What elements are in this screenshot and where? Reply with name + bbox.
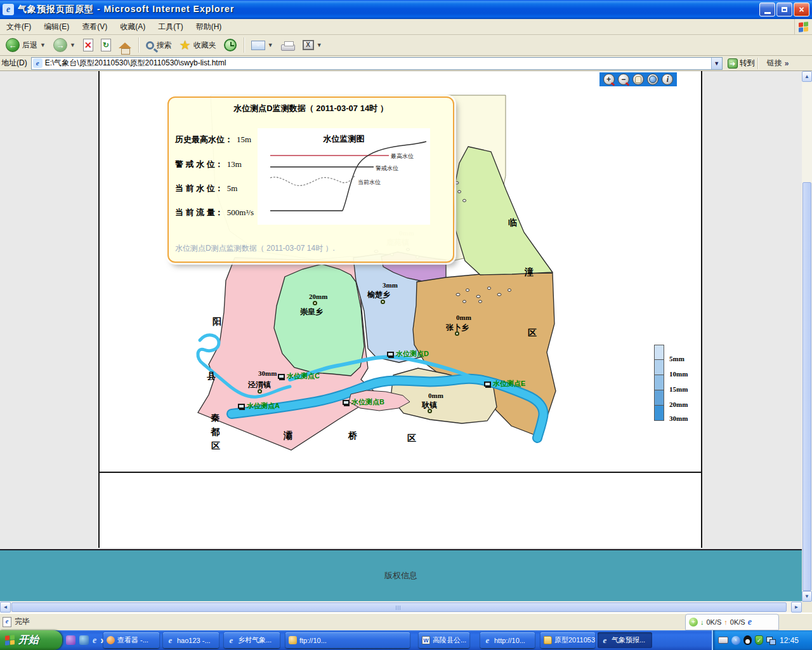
district-char-qu-3: 区	[407, 433, 416, 444]
quick-launch-e-icon[interactable]: e	[93, 635, 96, 646]
zoom-in-icon[interactable]: +	[603, 74, 615, 85]
download-speed: 0K/S	[707, 618, 722, 626]
home-button[interactable]	[115, 41, 134, 50]
go-button[interactable]: ➜ 转到	[728, 58, 755, 69]
station-c[interactable]: 水位测点C	[278, 371, 320, 381]
horizontal-scroll-thumb[interactable]	[11, 602, 787, 612]
menu-file[interactable]: 文件(F)	[0, 19, 37, 35]
links-chevron-icon[interactable]: »	[785, 59, 789, 68]
town-marker[interactable]	[258, 389, 262, 394]
mail-dropdown-icon[interactable]: ▼	[268, 42, 273, 48]
clock[interactable]: 12:45	[780, 636, 799, 645]
vertical-scroll-thumb[interactable]	[802, 182, 811, 591]
full-extent-globe-icon[interactable]	[647, 74, 658, 85]
task-button-weather-site[interactable]: e 乡村气象...	[224, 632, 280, 648]
task-button-weather-proto[interactable]: e 气象预报...	[598, 632, 652, 648]
close-button[interactable]: ×	[794, 3, 809, 17]
station-e[interactable]: 水位测点E	[484, 379, 525, 388]
station-b[interactable]: 水位测点B	[343, 397, 384, 407]
info-icon[interactable]: i	[662, 74, 673, 85]
town-label-yuchu[interactable]: 榆楚乡	[367, 289, 390, 300]
edit-button[interactable]: X ▼	[299, 39, 325, 51]
town-marker[interactable]	[381, 300, 385, 304]
monitor-icon	[484, 381, 491, 387]
town-marker[interactable]	[428, 409, 432, 413]
station-a[interactable]: 水位测点A	[238, 401, 280, 411]
scroll-right-icon[interactable]: ►	[791, 602, 802, 613]
network-tray-icon[interactable]	[766, 637, 775, 644]
mail-button[interactable]: ▼	[248, 39, 277, 51]
quick-launch-icon-1[interactable]	[66, 635, 75, 645]
town-label-chonghuang[interactable]: 崇皇乡	[300, 307, 323, 317]
legend-swatch	[654, 360, 664, 375]
restore-button[interactable]	[776, 3, 792, 17]
refresh-icon: ↻	[101, 39, 111, 51]
chart-label-current: 当前水位	[358, 178, 381, 187]
station-d[interactable]: 水位测点D	[387, 349, 429, 359]
task-button-ftp[interactable]: ftp://10...	[285, 632, 410, 648]
history-icon	[224, 39, 237, 51]
address-dropdown-icon[interactable]: ▼	[711, 58, 722, 69]
region-mint	[274, 264, 364, 376]
popup-footnote: 水位测点D测点监测数据（ 2011-03-07 14时 ）.	[175, 243, 335, 254]
refresh-button[interactable]: ↻	[98, 37, 114, 53]
task-button-viewer[interactable]: 查看器 -...	[103, 632, 159, 648]
menu-edit[interactable]: 编辑(E)	[37, 19, 75, 35]
start-button[interactable]: 开始	[0, 630, 62, 650]
legend-label: 10mm	[669, 370, 688, 378]
town-marker[interactable]	[455, 331, 459, 336]
ie-icon: e	[166, 636, 174, 644]
legend-swatch	[654, 345, 664, 360]
browser-toolbar: ← 后退 ▼ → ▼ ✕ ↻ 搜索 ★ 收藏夹 ▼ X ▼	[0, 35, 812, 56]
district-char-xian: 县	[207, 371, 216, 382]
qq-tray-icon[interactable]	[743, 635, 752, 645]
keyboard-tray-icon[interactable]	[718, 637, 728, 644]
print-icon	[281, 44, 295, 51]
favorites-button[interactable]: ★ 收藏夹	[176, 36, 219, 54]
tray-chevron-icon[interactable]: ‹	[731, 636, 740, 645]
menu-tools[interactable]: 工具(T)	[152, 19, 189, 35]
scroll-left-icon[interactable]: ◄	[0, 602, 11, 613]
quick-launch-ie-icon[interactable]	[79, 635, 89, 645]
task-button-folder[interactable]: 原型20110530	[540, 632, 595, 648]
scroll-up-icon[interactable]: ▲	[802, 71, 812, 82]
search-button[interactable]: 搜索	[143, 39, 175, 52]
stop-button[interactable]: ✕	[80, 37, 96, 53]
current-level-curve	[270, 176, 355, 185]
task-button-word-doc[interactable]: W 高陵县公...	[419, 632, 469, 648]
vertical-scrollbar[interactable]: ▲ ▼	[802, 71, 812, 602]
minimize-button[interactable]	[759, 3, 775, 17]
back-dropdown-icon[interactable]: ▼	[40, 42, 46, 48]
address-input[interactable]	[45, 59, 705, 68]
menu-help[interactable]: 帮助(H)	[190, 19, 228, 35]
forward-button[interactable]: → ▼	[50, 37, 79, 53]
task-button-http[interactable]: e http://10...	[480, 632, 535, 648]
district-char-qu-2: 区	[211, 441, 220, 452]
print-button[interactable]	[278, 38, 298, 52]
legend-label: 30mm	[669, 415, 688, 422]
horizontal-scrollbar[interactable]: ◄ ►	[0, 602, 802, 613]
security-shield-icon[interactable]: ✓	[755, 635, 763, 645]
forward-dropdown-icon[interactable]: ▼	[70, 42, 75, 48]
menu-favorites[interactable]: 收藏(A)	[114, 19, 152, 35]
network-speed-widget[interactable]: + ↓ 0K/S ↑ 0K/S e	[685, 614, 779, 630]
ie-window-icon: e	[3, 4, 14, 15]
history-button[interactable]	[221, 37, 240, 53]
edit-dropdown-icon[interactable]: ▼	[317, 42, 322, 48]
town-marker[interactable]	[313, 301, 317, 305]
district-char-yang: 阳	[213, 316, 221, 328]
speed-widget-icon: +	[689, 618, 698, 627]
copyright-footer: 版权信息	[0, 549, 802, 601]
scroll-down-icon[interactable]: ▼	[802, 591, 812, 602]
task-button-hao123[interactable]: e hao123 -...	[163, 632, 219, 648]
legend-swatch	[654, 406, 664, 421]
back-icon: ←	[6, 38, 20, 52]
pan-hand-icon[interactable]	[632, 74, 644, 85]
weather-map[interactable]: 0mm 鹿苑镇 临 潼 区 阳 县 秦 都 区 灞 桥 区 20mm 崇皇乡 3…	[100, 71, 701, 473]
menu-view[interactable]: 查看(V)	[75, 19, 114, 35]
district-char-du: 都	[211, 427, 219, 438]
upload-speed: 0K/S	[730, 618, 745, 626]
back-button[interactable]: ← 后退 ▼	[3, 37, 49, 53]
links-label[interactable]: 链接 »	[767, 58, 789, 69]
zoom-out-icon[interactable]: −	[618, 74, 629, 85]
